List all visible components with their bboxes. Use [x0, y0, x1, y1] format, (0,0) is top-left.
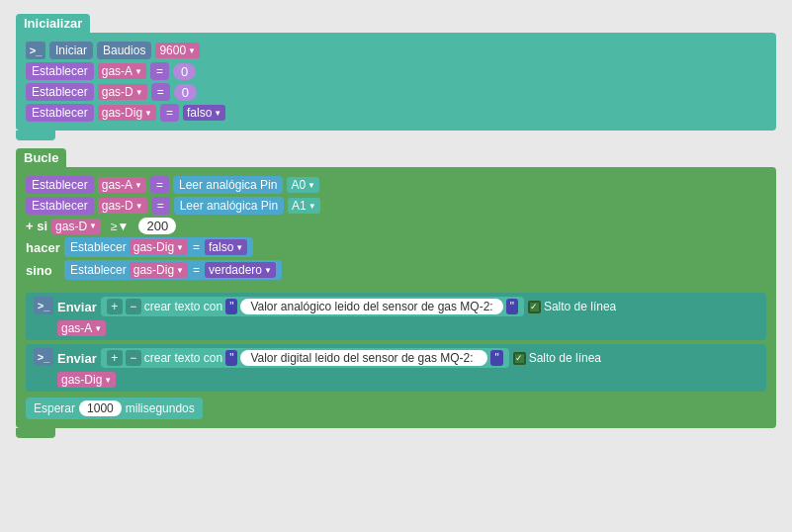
quote-open-2: ": [225, 350, 237, 366]
equal-4: =: [150, 176, 169, 194]
leer-analogica-2: Leer analógica Pin: [174, 197, 284, 215]
equal-sino: =: [193, 263, 200, 277]
si-row: + si gas-D ≥▼ 200: [26, 218, 766, 234]
salto-label-1: Salto de línea: [544, 300, 616, 313]
quote-close-1: ": [506, 299, 518, 314]
plus-btn-1[interactable]: +: [107, 299, 123, 314]
esperar-row: Esperar 1000 milisegundos: [26, 398, 766, 419]
crear-texto-1: crear texto con: [144, 300, 222, 313]
value-0-2: 0: [174, 84, 197, 101]
milisegundos-label: milisegundos: [126, 401, 195, 415]
inicializar-label: Inicializar: [16, 14, 90, 33]
establecer-block-3: Establecer: [26, 104, 94, 122]
verdadero-sino-dropdown[interactable]: verdadero: [205, 262, 276, 278]
bucle-label: Bucle: [16, 148, 66, 167]
sino-label: sino: [26, 263, 60, 278]
enviar2-label: Enviar: [57, 351, 97, 366]
gas-d-dropdown-1[interactable]: gas-D: [98, 84, 147, 100]
equal-hacer: =: [193, 240, 200, 254]
iniciar-block: Iniciar: [49, 42, 93, 59]
sino-row: sino Establecer gas-Dig = verdadero: [26, 260, 766, 280]
minus-btn-1[interactable]: −: [126, 299, 141, 314]
baudios-block: Baudios: [97, 42, 151, 59]
establecer-gasdig-row: Establecer gas-Dig = falso: [26, 104, 766, 122]
pin-a1-dropdown[interactable]: A1: [288, 198, 320, 214]
establecer-block-1: Establecer: [26, 62, 94, 80]
value-0-1: 0: [173, 63, 196, 80]
gas-a-dropdown-1[interactable]: gas-A: [98, 63, 146, 79]
gas-dig-hacer-dropdown[interactable]: gas-Dig: [130, 239, 188, 255]
salto-label-2: Salto de línea: [529, 351, 601, 365]
terminal-icon-3: >_: [34, 348, 53, 366]
string-value-1: Valor analógico leido del sensor de gas …: [240, 299, 502, 314]
gte-operator[interactable]: ≥▼: [105, 219, 134, 234]
gas-dig-sino-dropdown[interactable]: gas-Dig: [130, 262, 188, 278]
esperar-label: Esperar: [34, 401, 75, 415]
quote-close-2: ": [490, 350, 502, 366]
baud-dropdown[interactable]: 9600: [155, 43, 200, 58]
establecer-hacer: Establecer: [70, 240, 127, 254]
terminal-icon: >_: [26, 42, 45, 59]
esperar-value: 1000: [79, 400, 122, 416]
enviar2-row: Enviar + − crear texto con " Valor digit…: [57, 348, 601, 368]
establecer-block-4: Establecer: [26, 176, 94, 194]
plus-btn-2[interactable]: +: [107, 350, 123, 366]
gas-a-dropdown-2[interactable]: gas-A: [98, 177, 146, 193]
salto-linea-2: ✓ Salto de línea: [513, 351, 601, 365]
equal-2: =: [151, 83, 170, 101]
enviar2-block: >_ Enviar + − crear texto con " Valor di…: [26, 344, 766, 392]
hacer-row: hacer Establecer gas-Dig = falso: [26, 237, 766, 257]
falso-dropdown-1[interactable]: falso: [183, 105, 225, 121]
minus-btn-2[interactable]: −: [126, 350, 141, 366]
quote-open-1: ": [225, 299, 237, 314]
leer-analogica-1: Leer analógica Pin: [173, 176, 283, 194]
equal-3: =: [160, 104, 179, 122]
gas-d-dropdown-2[interactable]: gas-D: [98, 198, 147, 214]
equal-1: =: [150, 62, 169, 80]
gas-dig-enviar-dropdown[interactable]: gas-Dig: [57, 372, 116, 388]
establecer-gasa-row: Establecer gas-A = 0: [26, 62, 766, 80]
value-200: 200: [138, 218, 176, 234]
enviar1-block: >_ Enviar + − crear texto con " Valor an…: [26, 293, 766, 340]
esperar-block: Esperar 1000 milisegundos: [26, 398, 203, 419]
equal-5: =: [151, 197, 170, 215]
enviar1-label: Enviar: [57, 300, 97, 314]
enviar1-var-row: gas-A: [57, 320, 616, 336]
hacer-label: hacer: [26, 240, 60, 255]
baudios-row: >_ Iniciar Baudios 9600: [26, 42, 766, 59]
establecer-sino: Establecer: [70, 263, 127, 277]
establecer-gasa-read-row: Establecer gas-A = Leer analógica Pin A0: [26, 176, 766, 194]
enviar1-row: Enviar + − crear texto con " Valor analó…: [57, 297, 616, 316]
salto-linea-1: ✓ Salto de línea: [528, 300, 616, 313]
establecer-gasd-read-row: Establecer gas-D = Leer analógica Pin A1: [26, 197, 766, 215]
falso-hacer-dropdown[interactable]: falso: [205, 239, 247, 255]
establecer-block-5: Establecer: [26, 197, 94, 215]
gas-d-dropdown-si[interactable]: gas-D: [51, 219, 101, 234]
string-value-2: Valor digital leido del sensor de gas MQ…: [240, 350, 487, 366]
si-keyword: + si: [26, 219, 47, 233]
checkbox-1[interactable]: ✓: [528, 301, 541, 313]
gas-a-enviar-dropdown[interactable]: gas-A: [57, 320, 106, 336]
terminal-icon-2: >_: [34, 297, 53, 314]
establecer-gasd-row: Establecer gas-D = 0: [26, 83, 766, 101]
establecer-block-2: Establecer: [26, 83, 94, 101]
gas-dig-dropdown-1[interactable]: gas-Dig: [98, 105, 156, 121]
checkbox-2[interactable]: ✓: [513, 352, 526, 365]
enviar2-var-row: gas-Dig: [57, 372, 601, 388]
crear-texto-2: crear texto con: [144, 351, 222, 365]
pin-a0-dropdown[interactable]: A0: [287, 177, 319, 193]
